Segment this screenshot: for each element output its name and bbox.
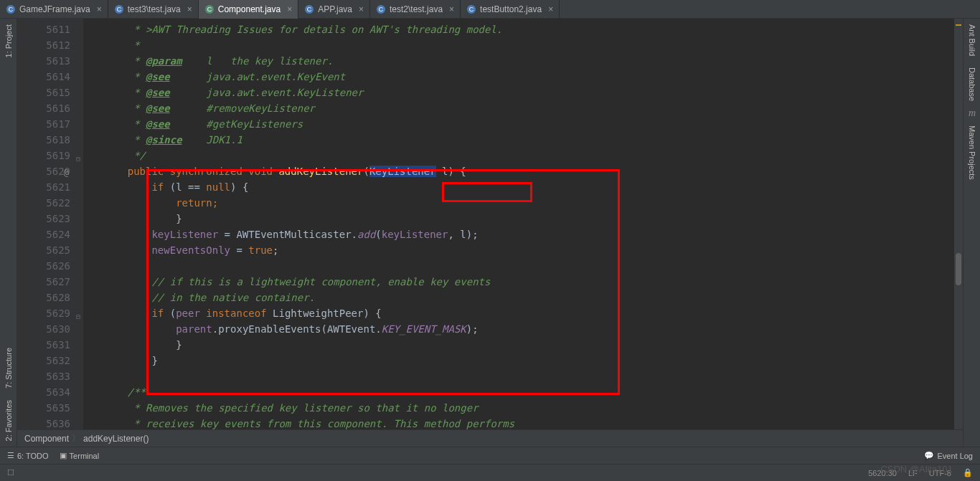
tab-test2-test-java[interactable]: Ctest2\test.java× [370,0,461,19]
code-line: parent.proxyEnableEvents(AWTEvent.KEY_EV… [103,321,963,337]
close-icon[interactable]: × [359,4,364,14]
event-log-label: Event Log [937,452,973,460]
close-icon[interactable]: × [97,4,102,14]
line-number: 5613 [17,53,70,69]
line-number: 5635 [17,400,70,416]
ant-build-tool[interactable]: Ant Build [963,19,980,62]
tab-label: test2\test.java [390,4,443,14]
svg-text:C: C [9,6,14,13]
status-icon: ☐ [7,468,14,477]
code-line: * @see #getKeyListeners [103,116,963,132]
right-tool-rail: Ant BuildDatabasemMaven Projects [963,19,980,447]
close-icon[interactable]: × [449,4,454,14]
code-line: keyListener = AWTEventMulticaster.add(ke… [103,227,963,242]
breadcrumbs: Component〉addKeyListener() [17,429,963,447]
line-number: 5622 [17,195,70,211]
fold-icon[interactable]: ⊟ [72,151,80,160]
line-number: 5616 [17,100,70,116]
todo-icon: ☰ [7,451,14,460]
database-tool[interactable]: Database [963,62,980,107]
class-icon: C [376,4,386,14]
lock-icon: 🔒 [963,468,973,477]
line-number: 5612 [17,37,70,53]
close-icon[interactable]: × [187,4,192,14]
maven-tool[interactable]: Maven Projects [963,120,980,186]
svg-text:C: C [379,6,384,13]
code-line: return; [103,195,963,211]
svg-text:C: C [116,6,121,13]
favorites-tool[interactable]: 2: Favorites [0,394,17,447]
line-number: 5632 [17,353,70,368]
code-editor[interactable]: 561156125613561456155616561756185619⊟562… [17,19,963,429]
code-line [103,258,963,274]
line-number: 5618 [17,132,70,148]
code-line: * receives key events from this componen… [103,416,963,429]
tab-component-java[interactable]: CComponent.java× [199,0,298,19]
line-number: 5617 [17,116,70,132]
event-log-icon: 💬 [924,451,934,460]
code-area[interactable]: * >AWT Threading Issues for details on A… [83,19,963,429]
line-number: 5628 [17,290,70,305]
line-number: 5614 [17,69,70,85]
code-line: * @see java.awt.event.KeyListener [103,85,963,100]
code-line: * @see #removeKeyListener [103,100,963,116]
breadcrumb-item[interactable]: Component [24,434,69,444]
maven-icon: m [963,107,980,120]
line-number: 5611 [17,22,70,37]
fold-icon[interactable]: ⊟ [72,309,80,318]
status-bar: ☐ 5620:30 LF UTF-8 🔒 CSDN @Alita101 [0,464,980,481]
tab-test3-test-java[interactable]: Ctest3\test.java× [108,0,199,19]
line-number: 5634 [17,384,70,400]
terminal-label: Terminal [70,452,100,460]
line-number: 5619⊟ [17,148,70,163]
code-line [103,368,963,384]
vertical-scrollbar[interactable] [954,19,963,429]
code-line: * @param l the key listener. [103,53,963,69]
line-number: 5630 [17,321,70,337]
bottom-tool-bar: ☰ 6: TODO ▣ Terminal 💬 Event Log [0,447,980,464]
close-icon[interactable]: × [287,4,292,14]
code-line: * @since JDK1.1 [103,132,963,148]
structure-tool[interactable]: 7: Structure [0,342,17,394]
gutter: 561156125613561456155616561756185619⊟562… [17,19,83,429]
line-number: 5615 [17,85,70,100]
editor-tabs: CGameJFrame.java×Ctest3\test.java×CCompo… [0,0,980,19]
left-tool-rail: 1: Project7: Structure2: Favorites [0,19,17,447]
event-log-button[interactable]: 💬 Event Log [924,451,973,460]
line-number: 5621 [17,179,70,195]
scrollbar-thumb[interactable] [956,253,961,285]
class-icon: C [304,4,314,14]
svg-text:C: C [307,6,312,13]
close-icon[interactable]: × [548,4,553,14]
override-gutter-icon[interactable]: @ [64,165,69,181]
tab-gamejframe-java[interactable]: CGameJFrame.java× [0,0,108,19]
line-number: 5625 [17,242,70,258]
tab-testbutton2-java[interactable]: CtestButton2.java× [461,0,560,19]
svg-text:C: C [207,6,212,13]
class-icon: C [466,4,476,14]
tab-label: Component.java [218,4,281,14]
line-number: 5620@ [17,163,70,179]
class-icon: C [6,4,16,14]
code-line: * @see java.awt.event.KeyEvent [103,69,963,85]
code-line: /** [103,384,963,400]
breadcrumb-item[interactable]: addKeyListener() [83,434,149,444]
line-number: 5629⊟ [17,305,70,321]
line-number: 5623 [17,211,70,227]
code-line: } [103,337,963,353]
line-number: 5633 [17,368,70,384]
tab-app-java[interactable]: CAPP.java× [298,0,370,19]
terminal-icon: ▣ [60,451,67,460]
todo-tool-button[interactable]: ☰ 6: TODO [7,451,49,460]
code-line: */ [103,148,963,163]
code-line: // in the native container. [103,290,963,305]
terminal-tool-button[interactable]: ▣ Terminal [60,451,100,460]
line-number: 5636 [17,416,70,429]
code-line: * [103,37,963,53]
class-lib-icon: C [204,4,215,14]
watermark: CSDN @Alita101 [880,464,953,475]
tab-label: testButton2.java [480,4,542,14]
code-line: } [103,353,963,368]
project-tool[interactable]: 1: Project [0,19,17,63]
code-line: // if this is a lightweight component, e… [103,274,963,290]
